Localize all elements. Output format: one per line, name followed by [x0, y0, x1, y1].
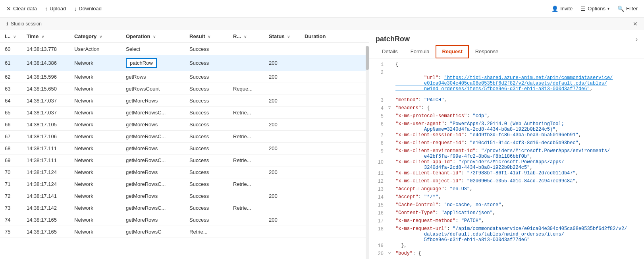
table-row[interactable]: 7114:38:17.124NetworkgetMoreRowsC...Succ…	[0, 178, 369, 190]
cell-time: 14:38:13.778	[22, 43, 69, 55]
cell-status: 200	[264, 166, 300, 178]
cell-r: Retrie...	[228, 107, 264, 119]
code-line-13: 13 "Accept-Language": "en-US",	[369, 186, 644, 194]
table-row[interactable]: 6914:38:17.111NetworkgetMoreRowsC...Succ…	[0, 155, 369, 166]
table-row[interactable]: 7514:38:17.165NetworkgetMoreRowsCRetrie.…	[0, 226, 369, 238]
cell-id: 68	[0, 143, 22, 155]
table-row[interactable]: 6514:38:17.037NetworkgetMoreRowsC...Succ…	[0, 107, 369, 119]
cell-id: 67	[0, 131, 22, 143]
cell-operation: getMoreRows	[121, 166, 185, 178]
cell-status	[264, 131, 300, 143]
cell-time: 14:38:17.142	[22, 202, 69, 214]
table-row[interactable]: 6114:38:14.386NetworkpatchRowSuccess200	[0, 55, 369, 71]
session-label: Studio session	[11, 21, 42, 27]
download-button[interactable]: ↓ Download	[74, 6, 102, 12]
operation-highlight: patchRow	[126, 58, 157, 68]
list-icon: ☰	[580, 6, 586, 12]
cell-id: 64	[0, 95, 22, 107]
code-line-10: 10 "x-ms-client-app-id": "/providers/Mic…	[369, 159, 644, 170]
cell-result: Success	[185, 43, 228, 55]
person-icon: 👤	[551, 6, 558, 12]
session-close-button[interactable]: ✕	[633, 21, 638, 27]
cell-duration	[300, 143, 369, 155]
table-row[interactable]: 7414:38:17.165NetworkgetMoreRowsSuccess2…	[0, 214, 369, 226]
cell-id: 73	[0, 202, 22, 214]
toolbar-left: ✕ Clear data ↑ Upload ↓ Download	[6, 6, 102, 12]
table-row[interactable]: 7014:38:17.124NetworkgetMoreRowsSuccess2…	[0, 166, 369, 178]
cell-operation: getMoreRows	[121, 190, 185, 202]
tab-formula[interactable]: Formula	[404, 45, 436, 58]
invite-button[interactable]: 👤 Invite	[551, 6, 573, 12]
upload-button[interactable]: ↑ Upload	[45, 6, 66, 12]
table-row[interactable]: 6214:38:15.596NetworkgetRowsSuccess200	[0, 71, 369, 83]
cell-result: Success	[185, 155, 228, 166]
cell-duration	[300, 202, 369, 214]
cell-category: Network	[69, 143, 121, 155]
cell-id: 61	[0, 55, 22, 71]
table-row[interactable]: 6714:38:17.106NetworkgetMoreRowsC...Succ…	[0, 131, 369, 143]
left-panel: I... ∨ Time ∨ Category ∨ Operation ∨ Res…	[0, 30, 369, 259]
clear-data-button[interactable]: ✕ Clear data	[6, 6, 37, 12]
col-r[interactable]: R... ∨	[228, 30, 264, 43]
cell-result: Success	[185, 190, 228, 202]
col-time[interactable]: Time ∨	[22, 30, 69, 43]
table-row[interactable]: 6614:38:17.105NetworkgetMoreRowsSuccess2…	[0, 119, 369, 131]
right-panel-title: patchRow	[376, 35, 410, 43]
cell-result: Success	[185, 143, 228, 155]
right-panel-close-button[interactable]: ›	[636, 36, 638, 43]
col-operation[interactable]: Operation ∨	[121, 30, 185, 43]
options-button[interactable]: ☰ Options ▾	[580, 6, 609, 12]
cell-category: UserAction	[69, 43, 121, 55]
table-row[interactable]: 6014:38:13.778UserActionSelectSuccess	[0, 43, 369, 55]
cell-status	[264, 226, 300, 238]
col-category[interactable]: Category ∨	[69, 30, 121, 43]
tab-request[interactable]: Request	[436, 45, 469, 58]
table-row[interactable]: 6414:38:17.037NetworkgetMoreRowsSuccess2…	[0, 95, 369, 107]
cell-duration	[300, 55, 369, 71]
tab-response[interactable]: Response	[469, 45, 505, 58]
col-duration[interactable]: Duration	[300, 30, 369, 43]
scroll-track[interactable]	[366, 46, 369, 259]
cell-category: Network	[69, 190, 121, 202]
col-status[interactable]: Status ∨	[264, 30, 300, 43]
cell-id: 75	[0, 226, 22, 238]
table-row[interactable]: 6314:38:15.650NetworkgetRowsCountSuccess…	[0, 83, 369, 95]
table-wrapper[interactable]: I... ∨ Time ∨ Category ∨ Operation ∨ Res…	[0, 30, 369, 259]
col-id[interactable]: I... ∨	[0, 30, 22, 43]
cell-time: 14:38:17.106	[22, 131, 69, 143]
cell-r	[228, 226, 264, 238]
cell-result: Success	[185, 166, 228, 178]
cell-operation: getMoreRows	[121, 214, 185, 226]
cell-category: Network	[69, 107, 121, 119]
cell-operation: getMoreRowsC	[121, 226, 185, 238]
cell-duration	[300, 119, 369, 131]
cell-result: Success	[185, 95, 228, 107]
cell-duration	[300, 178, 369, 190]
toolbar-right: 👤 Invite ☰ Options ▾ 🔍 Filter	[551, 6, 638, 12]
cell-duration	[300, 131, 369, 143]
table-row[interactable]: 7314:38:17.142NetworkgetMoreRowsC...Succ…	[0, 202, 369, 214]
cell-result: Retrie...	[185, 226, 228, 238]
code-line-19: 19 },	[369, 243, 644, 251]
cell-time: 14:38:17.111	[22, 155, 69, 166]
cell-r	[228, 143, 264, 155]
cell-status: 200	[264, 143, 300, 155]
col-result[interactable]: Result ∨	[185, 30, 228, 43]
table-row[interactable]: 6814:38:17.111NetworkgetMoreRowsSuccess2…	[0, 143, 369, 155]
table-row[interactable]: 7214:38:17.141NetworkgetMoreRowsSuccess2…	[0, 190, 369, 202]
tab-details[interactable]: Details	[376, 45, 404, 58]
cell-r	[228, 43, 264, 55]
cell-result: Success	[185, 83, 228, 95]
cell-category: Network	[69, 83, 121, 95]
cell-time: 14:38:17.141	[22, 190, 69, 202]
cell-category: Network	[69, 95, 121, 107]
cell-category: Network	[69, 155, 121, 166]
cell-time: 14:38:17.037	[22, 107, 69, 119]
cell-result: Success	[185, 55, 228, 71]
cell-id: 66	[0, 119, 22, 131]
filter-button[interactable]: 🔍 Filter	[617, 6, 638, 12]
cell-time: 14:38:17.165	[22, 214, 69, 226]
code-area[interactable]: 1 { 2 "url": "https://tip1-shared.azure-…	[369, 58, 644, 259]
cell-result: Success	[185, 71, 228, 83]
code-line-17: 17 "x-ms-request-method": "PATCH",	[369, 218, 644, 226]
